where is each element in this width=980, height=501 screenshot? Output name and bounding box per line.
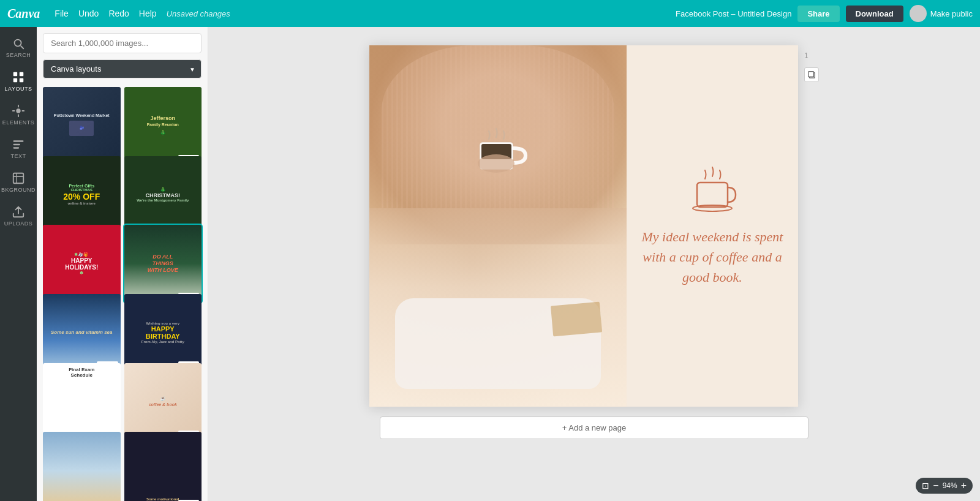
canvas-area: My ideal weekend is spent with a cup of … xyxy=(208,27,980,501)
sidebar-item-text[interactable]: TEXT xyxy=(2,133,35,164)
menu-redo[interactable]: Redo xyxy=(108,9,129,18)
sidebar-label-layouts: LAYOUTS xyxy=(5,86,32,92)
sidebar-label-background: BKGROUND xyxy=(1,187,36,193)
search-input[interactable] xyxy=(43,33,202,53)
template-item[interactable] xyxy=(43,432,121,501)
sidebar-item-layouts[interactable]: LAYOUTS xyxy=(2,66,35,97)
topbar-right: Facebook Post – Untitled Design Share Do… xyxy=(676,5,973,22)
zoom-level: 94% xyxy=(943,481,957,490)
sidebar-label-elements: ELEMENTS xyxy=(2,119,35,126)
menu-help[interactable]: Help xyxy=(139,9,157,18)
zoom-bar: ⊡ − 94% + xyxy=(916,478,973,494)
text-icon xyxy=(12,138,25,151)
share-button[interactable]: Share xyxy=(797,6,839,22)
template-item[interactable]: Perfect Gifts CHRISTMAS 20% OFF online &… xyxy=(43,156,121,234)
canvas-coffee-icon xyxy=(688,165,737,214)
background-icon xyxy=(12,171,25,185)
templates-grid: Pottstown Weekend Market 🫐 Jefferson Fam… xyxy=(37,83,208,501)
topbar-menu: File Undo Redo Help Unsaved changes xyxy=(55,9,230,18)
photo-coffee-mug xyxy=(467,118,529,179)
svg-rect-2 xyxy=(13,78,17,82)
search-box xyxy=(37,27,208,59)
zoom-out-button[interactable]: − xyxy=(933,481,938,491)
template-item[interactable]: Jefferson Family Reunion 🎄 FREE xyxy=(124,87,202,165)
svg-rect-5 xyxy=(13,173,24,184)
template-item[interactable]: DO ALLTHINGSWITH LOVE FREE xyxy=(124,225,202,303)
canvas-text-area: My ideal weekend is spent with a cup of … xyxy=(627,45,798,407)
canvas-photo-area xyxy=(369,45,627,407)
canvas-side-controls: 1 xyxy=(804,51,819,82)
svg-rect-12 xyxy=(809,72,814,77)
svg-point-4 xyxy=(16,108,20,113)
sidebar-label-uploads: UPLOADS xyxy=(4,220,33,227)
panel-sidebar: Canva layouts Pottstown Weekend Market 🫐 xyxy=(37,27,208,501)
design-title: Facebook Post – Untitled Design xyxy=(676,9,791,18)
svg-point-10 xyxy=(693,205,732,211)
layout-dropdown[interactable]: Canva layouts xyxy=(43,59,202,78)
unsaved-indicator: Unsaved changes xyxy=(167,9,230,18)
photo-background xyxy=(369,45,627,407)
zoom-in-button[interactable]: + xyxy=(961,481,967,491)
layouts-icon xyxy=(12,70,25,84)
download-button[interactable]: Download xyxy=(846,6,903,22)
template-item[interactable]: Pottstown Weekend Market 🫐 xyxy=(43,87,121,165)
search-icon xyxy=(12,37,25,50)
sidebar-label-text: TEXT xyxy=(10,153,26,159)
duplicate-icon xyxy=(807,70,816,79)
template-item[interactable]: Some sun and vitamin sea FREE xyxy=(43,294,121,372)
sidebar-item-elements[interactable]: ELEMENTS xyxy=(2,99,35,130)
book-hint xyxy=(551,302,602,337)
canvas-wrapper: My ideal weekend is spent with a cup of … xyxy=(369,45,819,407)
fullscreen-icon[interactable]: ⊡ xyxy=(922,481,929,491)
duplicate-page-button[interactable] xyxy=(804,67,819,82)
sidebar-item-search[interactable]: SEARCH xyxy=(2,32,35,63)
make-public-label: Make public xyxy=(930,9,973,18)
sidebar-item-uploads[interactable]: UPLOADS xyxy=(2,200,35,232)
template-item[interactable]: ☕coffee & book FREE xyxy=(124,363,202,441)
sidebar-item-background[interactable]: BKGROUND xyxy=(2,167,35,198)
canva-logo: Canva xyxy=(7,7,40,21)
menu-file[interactable]: File xyxy=(55,9,69,18)
template-item[interactable]: Some motivationaltext here... FREE xyxy=(124,432,202,501)
main-content: SEARCH LAYOUTS ELEMENTS TEXT BKGROUND UP… xyxy=(0,27,980,501)
icon-sidebar: SEARCH LAYOUTS ELEMENTS TEXT BKGROUND UP… xyxy=(0,27,37,501)
page-number: 1 xyxy=(804,51,819,60)
avatar xyxy=(910,5,927,22)
svg-rect-0 xyxy=(13,72,17,76)
add-page-button[interactable]: + Add a new page xyxy=(380,416,809,439)
elements-icon xyxy=(12,104,25,118)
template-item[interactable]: Final ExamSchedule FREE xyxy=(43,363,121,441)
menu-undo[interactable]: Undo xyxy=(78,9,99,18)
layout-select[interactable]: Canva layouts xyxy=(43,59,202,78)
svg-rect-1 xyxy=(20,72,23,76)
canvas[interactable]: My ideal weekend is spent with a cup of … xyxy=(369,45,798,407)
svg-rect-9 xyxy=(697,183,728,207)
canvas-main-text: My ideal weekend is spent with a cup of … xyxy=(639,227,786,287)
svg-rect-3 xyxy=(20,78,23,82)
add-page-bar: + Add a new page xyxy=(380,416,809,439)
template-item[interactable]: Wishing you a very HAPPYBIRTHDAY From Al… xyxy=(124,294,202,372)
uploads-icon xyxy=(12,205,25,219)
sidebar-label-search: SEARCH xyxy=(6,52,31,58)
template-item[interactable]: ❄🧦🎁 HAPPYHOLIDAYS! ❄ xyxy=(43,225,121,303)
topbar: Canva File Undo Redo Help Unsaved change… xyxy=(0,0,980,27)
make-public-button[interactable]: Make public xyxy=(910,5,973,22)
template-item[interactable]: 🎄 CHRISTMAS! We're the Montgomery Family… xyxy=(124,156,202,234)
svg-point-8 xyxy=(478,154,514,173)
